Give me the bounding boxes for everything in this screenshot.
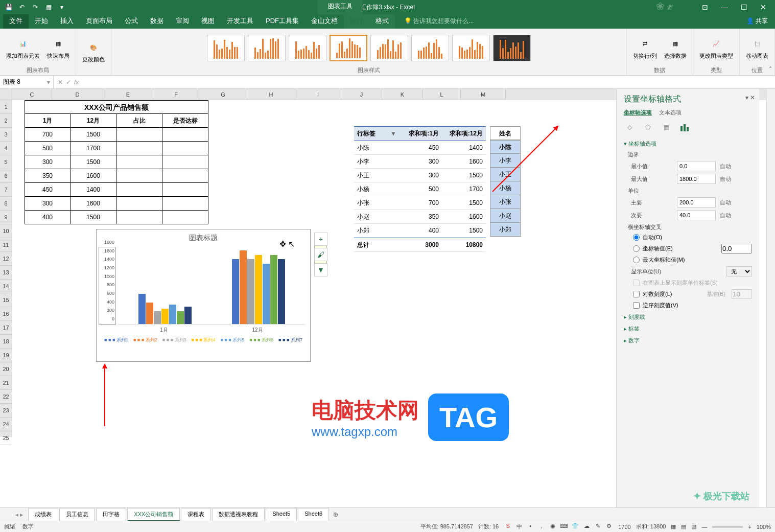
cancel-formula-icon[interactable]: ✕ (58, 79, 63, 86)
tab-view[interactable]: 视图 (195, 13, 221, 29)
pivot-cell[interactable]: 1600 (442, 155, 486, 169)
pivot-cell[interactable]: 小张 (354, 196, 398, 210)
table-cell[interactable]: 1500 (71, 211, 116, 224)
reverse-check[interactable] (633, 302, 640, 309)
pivot-cell[interactable]: 500 (398, 182, 442, 196)
name-header[interactable]: 姓名 (490, 126, 521, 140)
tray-icon[interactable]: 中 (515, 523, 523, 530)
table-cell[interactable] (162, 183, 208, 197)
cross-max-radio[interactable] (633, 257, 640, 263)
minor-input[interactable] (677, 210, 716, 220)
table-cell[interactable] (162, 128, 208, 142)
change-chart-type-button[interactable]: 📈更改图表类型 (697, 35, 735, 62)
min-input[interactable] (677, 161, 716, 171)
cross-value-radio[interactable] (633, 245, 640, 252)
chart-style-thumb[interactable] (207, 35, 245, 61)
pivot-cell[interactable]: 300 (398, 155, 442, 169)
enter-formula-icon[interactable]: ✓ (66, 79, 71, 86)
table-cell[interactable]: 450 (25, 183, 71, 197)
table-cell[interactable]: 500 (25, 142, 71, 155)
name-cell[interactable]: 小赵 (490, 209, 521, 223)
table-cell[interactable]: 1600 (71, 169, 116, 183)
tray-icon[interactable]: ⌨ (560, 523, 568, 530)
size-icon[interactable]: ▦ (661, 122, 672, 133)
maximize-icon[interactable]: ☐ (737, 3, 750, 11)
table-cell[interactable]: 1500 (71, 155, 116, 169)
chart-style-thumb[interactable] (289, 35, 326, 61)
fx-icon[interactable]: fx (74, 79, 79, 86)
table-cell[interactable] (162, 169, 208, 183)
name-cell[interactable]: 小陈 (490, 140, 521, 154)
pivot-cell[interactable]: 小王 (354, 169, 398, 182)
tab-home[interactable]: 开始 (29, 13, 54, 29)
tray-icon[interactable]: , (537, 523, 546, 530)
pivot-header[interactable]: 求和项:12月 (442, 127, 486, 141)
pivot-cell[interactable]: 350 (398, 210, 442, 224)
table-cell[interactable]: 1600 (71, 197, 116, 211)
name-cell[interactable]: 小李 (490, 154, 521, 168)
cross-auto-radio[interactable] (633, 234, 640, 241)
tab-pdf[interactable]: PDF工具集 (260, 13, 305, 29)
chart-style-thumb[interactable] (452, 35, 490, 61)
minimize-icon[interactable]: ― (718, 3, 731, 11)
name-list-table[interactable]: 姓名 小陈小李小王小杨小张小赵小郑 (490, 126, 521, 237)
panel-tab-text-options[interactable]: 文本选项 (659, 109, 682, 117)
zoom-slider[interactable] (712, 526, 743, 528)
sheet-nav[interactable]: ◂ ▸ (15, 511, 23, 518)
chart-filter-button[interactable]: ▼ (314, 263, 327, 276)
pivot-cell[interactable]: 小陈 (354, 141, 398, 155)
pivot-total-val[interactable]: 10800 (442, 238, 486, 252)
new-icon[interactable]: ▦ (44, 3, 53, 12)
quick-layout-button[interactable]: ▦快速布局 (45, 35, 72, 62)
major-input[interactable] (677, 197, 716, 207)
table-cell[interactable]: 400 (25, 211, 71, 224)
tab-design[interactable]: 设计 (344, 13, 369, 29)
log-scale-check[interactable] (633, 291, 640, 297)
table-cell[interactable] (116, 155, 162, 169)
chart-style-thumb[interactable] (248, 35, 286, 61)
share-button[interactable]: 👤 共享 (739, 14, 775, 29)
pivot-header[interactable]: 行标签▾ (354, 127, 398, 141)
chart-styles-button[interactable]: 🖌 (314, 248, 327, 261)
sheet-tab[interactable]: 成绩表 (28, 508, 58, 521)
tray-icon[interactable]: ◉ (549, 523, 557, 530)
pivot-cell[interactable]: 1400 (442, 141, 486, 155)
effects-icon[interactable]: ⬠ (642, 122, 653, 133)
pivot-cell[interactable]: 小赵 (354, 210, 398, 224)
pivot-cell[interactable]: 1500 (442, 224, 486, 238)
tab-dev[interactable]: 开发工具 (221, 13, 260, 29)
sheet-tab[interactable]: 员工信息 (59, 508, 95, 521)
table-cell[interactable] (116, 128, 162, 142)
panel-scrollbar[interactable] (766, 89, 775, 507)
table-cell[interactable] (116, 211, 162, 224)
undo-icon[interactable]: ↶ (17, 3, 27, 12)
tray-icon[interactable]: • (526, 523, 534, 530)
table-cell[interactable]: 1700 (71, 142, 116, 155)
chart-style-thumb[interactable] (411, 35, 449, 61)
zoom-level[interactable]: 100% (757, 524, 771, 530)
table-cell[interactable] (116, 142, 162, 155)
collapse-ribbon-icon[interactable]: ˄ (769, 66, 772, 73)
save-icon[interactable]: 💾 (4, 3, 13, 12)
tray-icon[interactable]: ✎ (594, 523, 602, 530)
table-title[interactable]: XXX公司产品销售额 (25, 100, 208, 114)
tab-wps[interactable]: 金山文档 (305, 13, 344, 29)
sheet-tab[interactable]: Sheet6 (298, 508, 329, 521)
display-units-select[interactable]: 无 (726, 266, 752, 276)
table-cell[interactable] (162, 211, 208, 224)
redo-icon[interactable]: ↷ (31, 3, 40, 12)
switch-row-col-button[interactable]: ⇄切换行/列 (631, 35, 659, 62)
table-header[interactable]: 1月 (25, 114, 71, 128)
tab-review[interactable]: 审阅 (170, 13, 195, 29)
ribbon-options-icon[interactable]: ⊡ (698, 3, 712, 11)
table-cell[interactable] (162, 197, 208, 211)
tray-icon[interactable]: 👕 (571, 523, 579, 530)
table-cell[interactable] (116, 197, 162, 211)
move-chart-button[interactable]: ⬚移动图表 (744, 35, 770, 62)
sheet-tab[interactable]: 田字格 (96, 508, 126, 521)
table-header[interactable]: 占比 (116, 114, 162, 128)
tray-icon[interactable]: ☁ (582, 523, 591, 530)
table-cell[interactable]: 700 (25, 128, 71, 142)
table-cell[interactable]: 300 (25, 155, 71, 169)
chart[interactable]: 图表标题 ✥ ↖ 图表区 020040060080010001200140016… (96, 229, 311, 362)
